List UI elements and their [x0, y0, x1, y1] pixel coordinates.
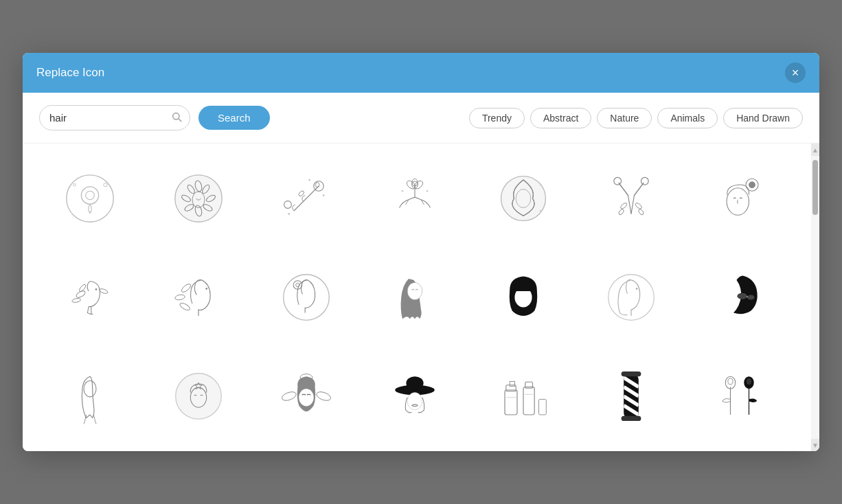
svg-point-33	[540, 184, 542, 186]
svg-rect-58	[514, 285, 532, 291]
svg-point-4	[86, 191, 95, 200]
icon-woman-outline-hair[interactable]	[581, 256, 683, 339]
icon-woman-long-hair[interactable]	[364, 256, 466, 339]
svg-point-56	[407, 282, 422, 299]
icon-hands-flower[interactable]	[364, 157, 466, 240]
scrollbar-track: ▲ ▼	[811, 144, 819, 451]
svg-rect-74	[505, 390, 517, 415]
svg-point-5	[104, 183, 107, 187]
icon-woman-rose-circle[interactable]	[255, 256, 357, 339]
icon-woman-hat[interactable]	[364, 355, 466, 437]
replace-icon-modal: Replace Icon × Search Trendy Abstract Na…	[23, 53, 819, 451]
svg-point-54	[293, 281, 302, 290]
modal-header: Replace Icon ×	[23, 53, 819, 93]
svg-point-68	[315, 390, 332, 402]
svg-point-91	[747, 378, 751, 385]
svg-point-60	[636, 288, 638, 290]
filter-trendy[interactable]: Trendy	[469, 108, 525, 128]
svg-rect-79	[538, 400, 546, 415]
svg-point-36	[641, 177, 649, 185]
svg-rect-84	[622, 371, 641, 376]
svg-point-28	[412, 181, 417, 186]
icon-woman-star-circle[interactable]	[148, 355, 249, 437]
icon-floral-wreath[interactable]	[148, 157, 249, 240]
svg-point-49	[180, 283, 192, 294]
icon-woman-long-hair-side[interactable]	[39, 355, 141, 437]
filter-tags: Trendy Abstract Nature Animals Hand Draw…	[469, 108, 803, 128]
svg-point-88	[728, 378, 733, 385]
svg-point-34	[540, 210, 542, 212]
svg-point-51	[179, 301, 191, 311]
search-input-wrap	[39, 105, 190, 130]
svg-point-53	[284, 275, 330, 321]
svg-point-31	[501, 176, 545, 221]
svg-point-43	[727, 188, 749, 216]
svg-point-37	[620, 202, 628, 209]
icon-woven-circle[interactable]	[473, 157, 574, 240]
svg-rect-77	[523, 387, 534, 415]
svg-rect-85	[622, 416, 641, 421]
svg-point-20	[284, 201, 292, 209]
svg-point-48	[95, 288, 97, 290]
filter-nature[interactable]: Nature	[597, 108, 652, 128]
svg-point-21	[308, 179, 310, 181]
svg-point-42	[749, 182, 755, 188]
svg-point-2	[67, 175, 113, 222]
svg-point-62	[747, 295, 755, 299]
svg-point-44	[75, 290, 86, 299]
search-button[interactable]: Search	[198, 106, 270, 130]
icon-woman-face-flower[interactable]	[689, 157, 790, 240]
icon-rose-branch[interactable]	[255, 157, 357, 240]
svg-point-18	[316, 183, 319, 187]
svg-point-30	[426, 190, 429, 192]
svg-point-70	[299, 389, 314, 406]
svg-point-39	[618, 209, 625, 216]
icon-woman-bob-hair[interactable]	[473, 256, 574, 339]
svg-point-40	[638, 209, 645, 216]
icon-woman-moon-sunglasses[interactable]	[689, 256, 790, 339]
modal-body: ▲ ▼	[23, 144, 819, 451]
svg-point-45	[71, 298, 80, 303]
svg-point-35	[614, 177, 622, 185]
filter-hand-drawn[interactable]: Hand Drawn	[723, 108, 803, 128]
svg-point-61	[738, 293, 747, 299]
svg-point-65	[175, 374, 221, 420]
icon-two-roses[interactable]	[689, 355, 790, 437]
icon-hair-products[interactable]	[473, 355, 574, 437]
svg-point-50	[174, 294, 185, 301]
icon-woman-profile-leaves[interactable]	[39, 256, 141, 339]
svg-point-64	[84, 381, 96, 397]
icon-rose-circle[interactable]	[39, 157, 141, 240]
svg-point-23	[288, 213, 291, 215]
modal-overlay: Replace Icon × Search Trendy Abstract Na…	[0, 0, 842, 504]
filter-animals[interactable]: Animals	[657, 108, 718, 128]
svg-rect-76	[510, 381, 514, 386]
svg-point-38	[635, 202, 643, 209]
icons-grid	[39, 157, 803, 437]
icon-woman-flowers-face[interactable]	[255, 355, 357, 437]
svg-point-29	[402, 190, 404, 192]
svg-point-67	[281, 390, 297, 402]
scrollbar-up[interactable]: ▲	[811, 144, 819, 156]
icon-woman-leaves-profile[interactable]	[148, 256, 249, 339]
search-input[interactable]	[39, 105, 190, 130]
scrollbar-thumb[interactable]	[812, 160, 818, 215]
svg-point-3	[81, 187, 98, 204]
icon-scissors-herbs[interactable]	[581, 157, 683, 240]
svg-point-6	[73, 183, 76, 186]
modal-title: Replace Icon	[36, 66, 104, 80]
icon-barber-pole[interactable]	[581, 355, 683, 437]
modal-toolbar: Search Trendy Abstract Nature Animals Ha…	[23, 93, 819, 144]
svg-point-52	[205, 288, 207, 290]
close-button[interactable]: ×	[785, 62, 806, 83]
svg-rect-72	[406, 376, 423, 390]
svg-point-22	[323, 194, 325, 196]
svg-point-73	[407, 393, 422, 410]
filter-abstract[interactable]: Abstract	[530, 108, 591, 128]
scrollbar-down[interactable]: ▼	[811, 439, 819, 451]
